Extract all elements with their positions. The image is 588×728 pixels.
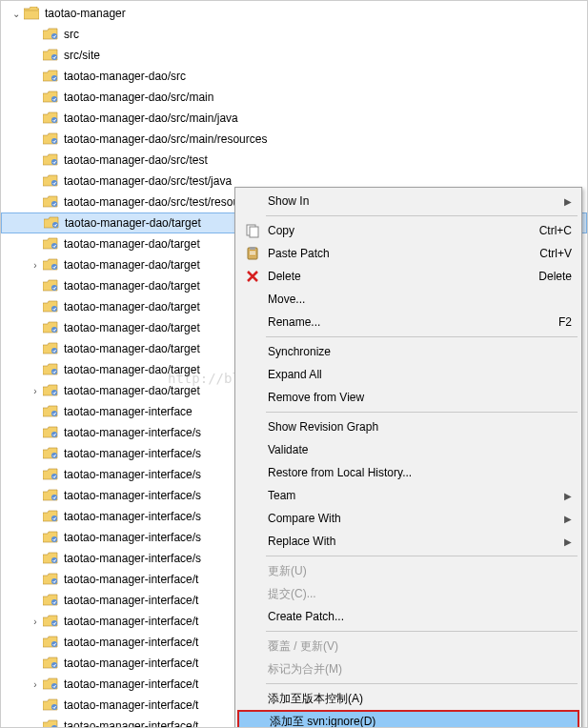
tree-node-label: taotao-manager-dao/src/main/java: [64, 111, 238, 125]
delete-icon: [241, 267, 264, 286]
tree-node-label: taotao-manager-dao/target: [64, 300, 200, 313]
package-folder-icon: [43, 90, 60, 105]
menu-item-label: 提交(C)...: [268, 586, 572, 602]
menu-item[interactable]: Show In▶: [237, 190, 579, 212]
menu-icon-placeholder: [241, 192, 264, 211]
svg-rect-38: [250, 247, 255, 250]
menu-item-label: Replace With: [268, 535, 558, 548]
menu-item: 覆盖 / 更新(V): [237, 635, 579, 657]
menu-separator: [266, 556, 578, 556]
tree-node[interactable]: ⌄taotao-manager: [1, 3, 587, 24]
package-folder-icon: [43, 614, 60, 629]
menu-icon-placeholder: [241, 417, 264, 436]
menu-item: 提交(C)...: [237, 582, 579, 605]
chevron-right-icon[interactable]: ›: [28, 257, 43, 273]
menu-item[interactable]: Restore from Local History...: [237, 461, 579, 484]
menu-item[interactable]: Team▶: [237, 484, 579, 507]
menu-item[interactable]: Synchronize: [237, 340, 579, 363]
chevron-right-icon[interactable]: ›: [28, 614, 43, 629]
tree-node-label: taotao-manager-interface/t: [64, 657, 198, 670]
menu-icon-placeholder: [241, 463, 264, 482]
menu-item[interactable]: 添加至 svn:ignore(D): [237, 710, 579, 728]
chevron-down-icon[interactable]: ⌄: [9, 6, 24, 21]
tree-node-label: taotao-manager-interface/s: [64, 552, 201, 565]
tree-node[interactable]: taotao-manager-dao/src/test: [1, 150, 587, 171]
menu-item-label: Show Revision Graph: [268, 420, 572, 434]
menu-item-label: Paste Patch: [268, 247, 528, 260]
tree-node-label: taotao-manager-dao/target: [64, 384, 200, 397]
tree-node-label: taotao-manager-interface: [64, 405, 193, 418]
tree-node-label: taotao-manager-interface/s: [64, 489, 201, 502]
tree-node-label: taotao-manager-interface/s: [64, 468, 201, 481]
tree-node[interactable]: src/site: [1, 45, 587, 66]
menu-item-label: Move...: [268, 293, 572, 306]
tree-node-label: src/site: [64, 49, 100, 62]
tree-node[interactable]: taotao-manager-dao/src/main/java: [1, 108, 587, 129]
menu-item[interactable]: Replace With▶: [237, 530, 579, 553]
tree-node-label: taotao-manager-interface/t: [64, 615, 198, 628]
tree-node-label: taotao-manager-interface/s: [64, 447, 201, 460]
tree-node-label: taotao-manager-dao/src/main: [64, 91, 213, 104]
menu-icon-placeholder: [241, 313, 264, 332]
tree-node-label: taotao-manager-dao/src/test/java: [64, 174, 232, 188]
package-folder-icon: [43, 446, 60, 461]
menu-item[interactable]: Remove from View: [237, 386, 579, 409]
menu-icon-placeholder: [241, 637, 264, 656]
package-folder-icon: [43, 404, 60, 419]
package-folder-icon: [43, 635, 60, 650]
menu-item-label: Remove from View: [268, 391, 572, 404]
tree-node-label: taotao-manager-interface/t: [64, 636, 198, 649]
menu-item[interactable]: Show Revision Graph: [237, 415, 579, 438]
tree-node[interactable]: src: [1, 24, 587, 45]
menu-item-label: 添加至 svn:ignore(D): [270, 714, 570, 729]
tree-node[interactable]: taotao-manager-dao/src/main/resources: [1, 129, 587, 150]
tree-node-label: taotao-manager-interface/t: [64, 698, 198, 712]
menu-item[interactable]: Move...: [237, 288, 579, 311]
package-folder-icon: [43, 48, 60, 63]
paste-icon: [241, 244, 264, 263]
menu-shortcut: Ctrl+V: [539, 247, 572, 260]
package-folder-icon: [43, 362, 60, 377]
menu-icon-placeholder: [241, 365, 264, 384]
tree-node-label: taotao-manager: [45, 7, 126, 20]
menu-item[interactable]: Create Patch...: [237, 605, 579, 628]
package-folder-icon: [43, 341, 60, 356]
menu-item[interactable]: Compare With▶: [237, 507, 579, 530]
menu-icon-placeholder: [241, 659, 264, 678]
package-folder-icon: [43, 530, 60, 545]
menu-item[interactable]: Rename...F2: [237, 311, 579, 334]
svg-rect-39: [250, 252, 255, 253]
menu-item: 更新(U): [237, 559, 579, 582]
menu-item[interactable]: CopyCtrl+C: [237, 219, 579, 242]
chevron-right-icon: ▶: [564, 536, 572, 547]
package-folder-icon: [43, 278, 60, 293]
menu-item[interactable]: DeleteDelete: [237, 265, 579, 288]
project-folder-icon: [24, 6, 41, 21]
tree-node-label: taotao-manager-interface/t: [64, 677, 198, 691]
package-folder-icon: [43, 509, 60, 524]
chevron-right-icon[interactable]: ›: [28, 677, 43, 692]
menu-item[interactable]: Paste PatchCtrl+V: [237, 242, 579, 265]
menu-item[interactable]: Expand All: [237, 363, 579, 386]
menu-item[interactable]: 添加至版本控制(A): [237, 687, 579, 710]
package-folder-icon: [43, 131, 60, 147]
chevron-right-icon: ▶: [564, 514, 572, 524]
tree-node-label: taotao-manager-dao/target: [64, 342, 200, 355]
package-folder-icon: [43, 69, 60, 84]
menu-item-label: Restore from Local History...: [268, 466, 572, 479]
context-menu: Show In▶CopyCtrl+CPaste PatchCtrl+VDelet…: [234, 187, 582, 728]
tree-node-label: taotao-manager-interface/t: [64, 719, 198, 727]
package-folder-icon: [43, 383, 60, 398]
menu-icon-placeholder: [241, 509, 264, 528]
tree-node-label: taotao-manager-dao/src: [64, 70, 186, 83]
chevron-right-icon[interactable]: ›: [28, 383, 43, 398]
tree-node-label: taotao-manager-dao/src/test: [64, 153, 208, 167]
tree-node[interactable]: taotao-manager-dao/src: [1, 66, 587, 87]
tree-node-label: taotao-manager-interface/t: [64, 573, 198, 586]
package-folder-icon: [43, 572, 60, 587]
tree-node-label: taotao-manager-dao/target: [65, 216, 201, 230]
menu-item[interactable]: Validate: [237, 438, 579, 461]
package-folder-icon: [43, 425, 60, 440]
package-folder-icon: [43, 257, 60, 273]
tree-node[interactable]: taotao-manager-dao/src/main: [1, 87, 587, 108]
